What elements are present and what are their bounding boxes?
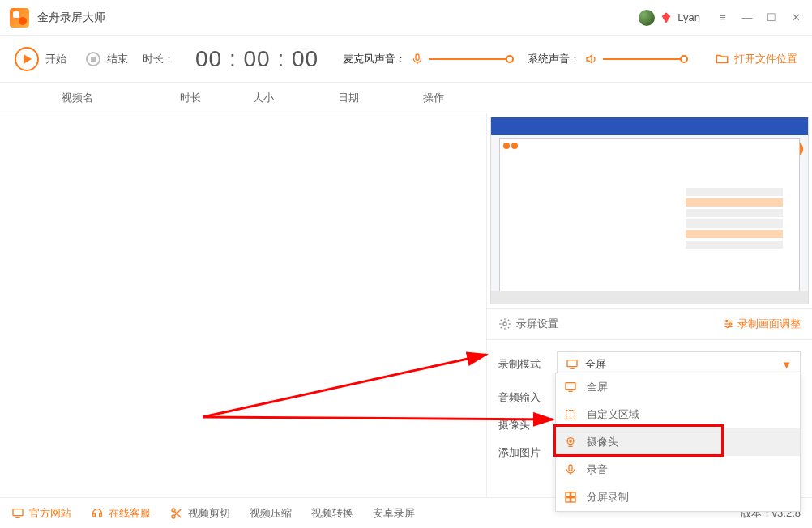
dd-custom-area[interactable]: 自定义区域 bbox=[556, 401, 800, 428]
mic-icon bbox=[564, 463, 579, 476]
app-title: 金舟录屏大师 bbox=[37, 11, 639, 25]
split-icon bbox=[564, 491, 579, 504]
right-panel: 录屏设置 录制画面调整 录制模式 全屏 ▼ 音频输入 摄像头 bbox=[486, 113, 812, 497]
window-controls: ≡ — ☐ ✕ bbox=[716, 11, 802, 23]
dd-audio[interactable]: 录音 bbox=[556, 456, 800, 483]
svg-point-3 bbox=[503, 322, 506, 326]
adjust-link[interactable]: 录制画面调整 bbox=[723, 317, 801, 331]
svg-rect-12 bbox=[566, 383, 575, 390]
gear-icon bbox=[498, 317, 511, 330]
start-label: 开始 bbox=[45, 52, 66, 66]
mic-slider[interactable] bbox=[429, 58, 510, 60]
mode-label: 录制模式 bbox=[498, 357, 557, 372]
svg-rect-10 bbox=[567, 360, 577, 367]
close-button[interactable]: ✕ bbox=[789, 11, 802, 23]
mic-audio-group: 麦克风声音： bbox=[343, 52, 510, 66]
crop-icon bbox=[564, 408, 579, 421]
svg-rect-20 bbox=[566, 498, 570, 502]
menu-button[interactable]: ≡ bbox=[716, 11, 729, 23]
svg-point-15 bbox=[567, 438, 574, 445]
toolbar: 开始 结束 时长： 00 : 00 : 00 麦克风声音： 系统声音： 打开文件… bbox=[0, 36, 812, 83]
dd-split[interactable]: 分屏录制 bbox=[556, 483, 800, 511]
video-compress-link[interactable]: 视频压缩 bbox=[250, 506, 292, 521]
folder-icon bbox=[715, 52, 729, 66]
speaker-icon[interactable] bbox=[585, 53, 598, 66]
audio-label: 音频输入 bbox=[498, 390, 557, 405]
svg-point-8 bbox=[729, 323, 731, 325]
duration-label: 时长： bbox=[143, 52, 174, 66]
open-folder-button[interactable]: 打开文件位置 bbox=[715, 52, 797, 66]
website-link[interactable]: 官方网站 bbox=[11, 506, 71, 521]
settings-body: 录制模式 全屏 ▼ 音频输入 摄像头 添加图片 全屏 bbox=[487, 340, 812, 484]
title-bar: 金舟录屏大师 Lyan ≡ — ☐ ✕ bbox=[0, 0, 812, 36]
end-label: 结束 bbox=[107, 52, 128, 66]
dd-fullscreen[interactable]: 全屏 bbox=[556, 373, 800, 401]
svg-line-1 bbox=[203, 355, 486, 417]
mode-selected: 全屏 bbox=[585, 357, 606, 372]
svg-rect-22 bbox=[13, 509, 23, 515]
col-date: 日期 bbox=[300, 83, 397, 113]
video-cut-link[interactable]: 视频剪切 bbox=[170, 506, 230, 521]
preview-area bbox=[487, 113, 812, 308]
vip-diamond-icon bbox=[660, 11, 673, 24]
sliders-icon bbox=[723, 318, 734, 330]
col-action: 操作 bbox=[397, 83, 470, 113]
open-folder-label: 打开文件位置 bbox=[734, 52, 797, 66]
camera-label: 摄像头 bbox=[498, 418, 557, 432]
android-record-link[interactable]: 安卓录屏 bbox=[373, 506, 415, 521]
svg-point-7 bbox=[726, 320, 728, 321]
mic-label: 麦克风声音： bbox=[343, 52, 406, 66]
user-name: Lyan bbox=[677, 11, 700, 23]
mode-dropdown: 全屏 自定义区域 摄像头 录音 分屏录制 bbox=[555, 373, 801, 512]
mic-icon[interactable] bbox=[411, 53, 424, 66]
monitor-icon bbox=[566, 358, 579, 371]
system-audio-group: 系统声音： bbox=[528, 52, 684, 66]
stop-icon bbox=[91, 57, 96, 62]
support-link[interactable]: 在线客服 bbox=[91, 506, 151, 521]
image-label: 添加图片 bbox=[498, 445, 557, 460]
settings-header: 录屏设置 录制画面调整 bbox=[487, 308, 812, 340]
col-duration: 时长 bbox=[154, 83, 227, 113]
preview-thumbnail bbox=[490, 117, 809, 304]
table-header: 视频名 时长 大小 日期 操作 bbox=[0, 83, 812, 113]
monitor-icon bbox=[564, 381, 579, 394]
svg-rect-18 bbox=[566, 492, 570, 496]
minimize-button[interactable]: — bbox=[741, 11, 754, 23]
svg-rect-17 bbox=[569, 465, 572, 471]
col-name: 视频名 bbox=[0, 83, 154, 113]
app-logo-icon bbox=[10, 8, 29, 28]
user-area[interactable]: Lyan bbox=[639, 10, 700, 26]
timer-display: 00 : 00 : 00 bbox=[195, 46, 318, 72]
video-convert-link[interactable]: 视频转换 bbox=[311, 506, 353, 521]
svg-point-25 bbox=[172, 515, 175, 518]
avatar-icon bbox=[639, 10, 655, 26]
svg-rect-19 bbox=[571, 492, 575, 496]
svg-point-9 bbox=[727, 326, 729, 327]
svg-rect-14 bbox=[566, 411, 575, 419]
maximize-button[interactable]: ☐ bbox=[765, 11, 778, 23]
main-area: 录屏设置 录制画面调整 录制模式 全屏 ▼ 音频输入 摄像头 bbox=[0, 113, 812, 497]
svg-rect-21 bbox=[571, 498, 575, 502]
play-icon bbox=[24, 54, 32, 64]
scissors-icon bbox=[170, 507, 183, 520]
start-record-button[interactable] bbox=[15, 47, 39, 71]
monitor-icon bbox=[11, 507, 24, 520]
chevron-down-icon: ▼ bbox=[781, 359, 792, 371]
recordings-list bbox=[0, 113, 486, 497]
svg-point-16 bbox=[570, 440, 572, 442]
svg-point-24 bbox=[172, 509, 175, 512]
system-slider[interactable] bbox=[603, 58, 684, 60]
headset-icon bbox=[91, 507, 104, 520]
svg-rect-0 bbox=[416, 54, 419, 60]
webcam-icon bbox=[564, 436, 579, 449]
dd-camera[interactable]: 摄像头 bbox=[556, 428, 800, 456]
settings-title: 录屏设置 bbox=[498, 317, 558, 331]
system-label: 系统声音： bbox=[528, 52, 580, 66]
col-size: 大小 bbox=[227, 83, 300, 113]
stop-record-button[interactable] bbox=[86, 52, 100, 66]
